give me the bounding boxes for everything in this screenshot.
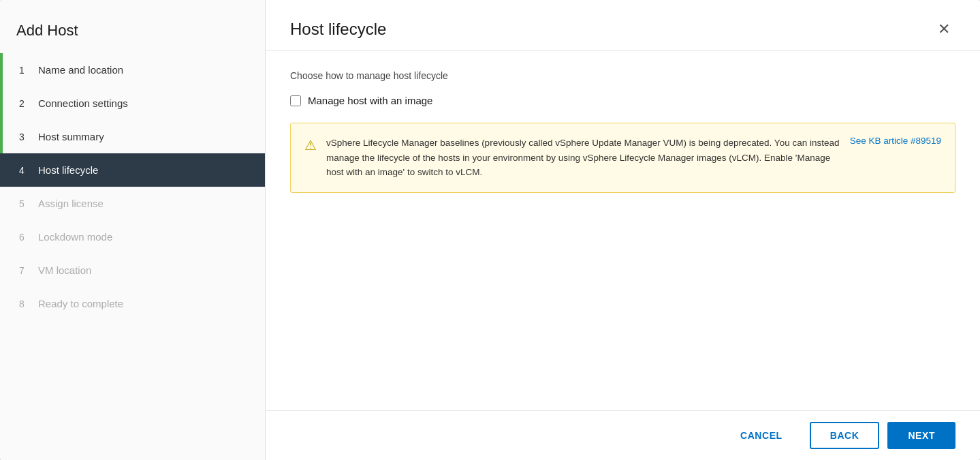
step-number: 2	[19, 98, 30, 109]
step-label: Lockdown mode	[38, 231, 112, 243]
sidebar-item-connection-settings[interactable]: 2 Connection settings	[0, 87, 265, 120]
page-title: Host lifecycle	[290, 20, 386, 39]
page-subtitle: Choose how to manage host lifecycle	[290, 70, 955, 81]
next-button[interactable]: NEXT	[887, 422, 955, 449]
step-number: 3	[19, 132, 30, 142]
sidebar-item-assign-license: 5 Assign license	[0, 187, 265, 220]
step-label: Host lifecycle	[38, 164, 98, 176]
warning-text: vSphere Lifecycle Manager baselines (pre…	[326, 136, 844, 180]
manage-image-label[interactable]: Manage host with an image	[308, 95, 432, 106]
manage-image-checkbox[interactable]	[290, 95, 301, 106]
step-number: 6	[19, 232, 30, 243]
main-panel: Host lifecycle ✕ Choose how to manage ho…	[266, 0, 980, 460]
warning-top-row: vSphere Lifecycle Manager baselines (pre…	[326, 136, 941, 180]
back-button[interactable]: BACK	[810, 422, 880, 449]
step-number: 8	[19, 298, 30, 309]
main-header: Host lifecycle ✕	[266, 0, 980, 51]
sidebar-item-ready-to-complete: 8 Ready to complete	[0, 287, 265, 320]
step-number: 1	[19, 65, 30, 76]
warning-icon: ⚠	[304, 137, 317, 153]
manage-image-row: Manage host with an image	[290, 95, 955, 106]
step-label: Assign license	[38, 198, 104, 209]
step-number: 7	[19, 265, 30, 276]
warning-content: vSphere Lifecycle Manager baselines (pre…	[326, 136, 941, 180]
close-button[interactable]: ✕	[932, 19, 955, 40]
sidebar-item-vm-location: 7 VM location	[0, 254, 265, 287]
sidebar-item-host-lifecycle[interactable]: 4 Host lifecycle	[0, 153, 265, 187]
step-label: Name and location	[38, 64, 123, 76]
warning-banner: ⚠ vSphere Lifecycle Manager baselines (p…	[290, 123, 955, 193]
step-number: 5	[19, 198, 30, 209]
dialog-title: Add Host	[0, 14, 265, 53]
close-icon: ✕	[938, 20, 950, 37]
step-label: Ready to complete	[38, 298, 123, 309]
main-body: Choose how to manage host lifecycle Mana…	[266, 51, 980, 410]
step-number: 4	[19, 165, 30, 176]
sidebar-item-lockdown-mode: 6 Lockdown mode	[0, 220, 265, 254]
step-label: VM location	[38, 264, 91, 276]
sidebar: Add Host 1 Name and location 2 Connectio…	[0, 0, 266, 460]
warning-link[interactable]: See KB article #89519	[850, 136, 941, 146]
sidebar-item-host-summary[interactable]: 3 Host summary	[0, 120, 265, 153]
step-label: Connection settings	[38, 97, 128, 109]
add-host-dialog: Add Host 1 Name and location 2 Connectio…	[0, 0, 980, 460]
main-footer: CANCEL BACK NEXT	[266, 410, 980, 460]
cancel-button[interactable]: CANCEL	[721, 423, 802, 448]
step-label: Host summary	[38, 131, 104, 142]
sidebar-item-name-and-location[interactable]: 1 Name and location	[0, 53, 265, 87]
